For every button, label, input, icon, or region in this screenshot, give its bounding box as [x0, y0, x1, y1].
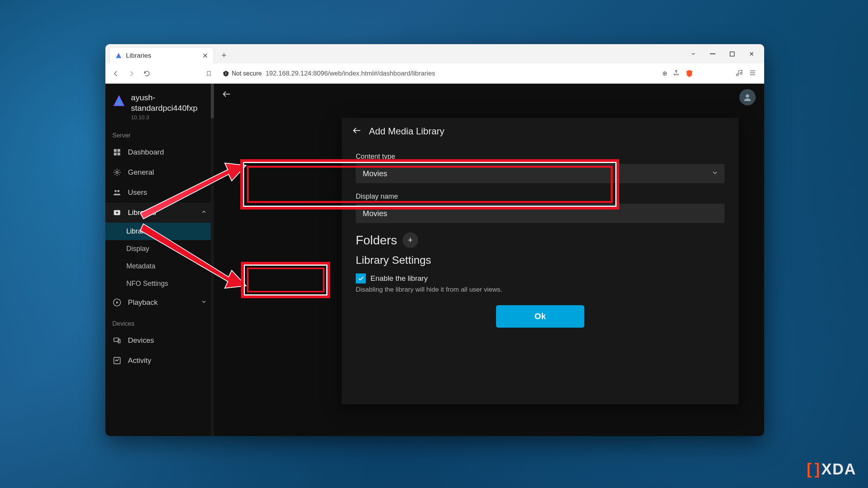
sidebar-item-label: General	[128, 168, 154, 177]
svg-point-7	[116, 171, 118, 174]
reader-icon[interactable]	[735, 69, 743, 78]
folders-section: Folders +	[356, 232, 725, 248]
enable-library-label: Enable the library	[370, 274, 428, 283]
devices-icon	[112, 336, 122, 345]
enable-library-row: Enable the library	[356, 273, 725, 284]
display-name-field: Display name	[356, 192, 725, 223]
ok-button[interactable]: Ok	[496, 305, 584, 328]
sidebar-item-general[interactable]: General	[105, 162, 214, 182]
sidebar-subitem-nfo[interactable]: NFO Settings	[105, 275, 214, 292]
svg-rect-0	[710, 53, 715, 54]
content-type-label: Content type	[356, 153, 725, 161]
sidebar-item-devices[interactable]: Devices	[105, 330, 214, 351]
url-text: 192.168.29.124:8096/web/index.html#/dash…	[265, 70, 435, 77]
sidebar-item-label: Devices	[128, 336, 154, 345]
reload-button[interactable]	[141, 68, 153, 79]
user-avatar-button[interactable]	[739, 89, 756, 105]
server-info: ayush-standardpci440fxp 10.10.3	[105, 84, 214, 124]
display-name-label: Display name	[356, 192, 725, 201]
server-version: 10.10.3	[131, 114, 198, 120]
maximize-button[interactable]	[723, 45, 741, 63]
url-field[interactable]: ! Not secure 192.168.29.124:8096/web/ind…	[219, 70, 658, 77]
sidebar-item-playback[interactable]: Playback	[105, 292, 214, 313]
address-bar: ! Not secure 192.168.29.124:8096/web/ind…	[105, 64, 764, 84]
svg-rect-3	[114, 149, 117, 151]
xda-text: XDA	[822, 461, 856, 478]
svg-rect-4	[117, 149, 120, 151]
tab-overflow-button[interactable]	[684, 45, 702, 63]
enable-library-help: Disabling the library will hide it from …	[356, 286, 725, 294]
close-window-button[interactable]: ✕	[742, 45, 760, 63]
svg-point-9	[117, 190, 120, 192]
dashboard-icon	[112, 148, 122, 157]
sidebar-scrollbar[interactable]	[211, 84, 214, 436]
chevron-up-icon	[201, 208, 207, 217]
top-bar	[214, 84, 764, 106]
chevron-down-icon	[711, 169, 718, 178]
tab-title: Libraries	[126, 52, 198, 60]
enable-library-checkbox[interactable]	[356, 273, 366, 284]
nav-forward-button[interactable]	[126, 68, 137, 79]
window-controls: ✕	[684, 44, 764, 64]
new-tab-button[interactable]: +	[217, 48, 231, 62]
bookmark-icon[interactable]	[203, 68, 215, 79]
svg-text:!: !	[226, 72, 227, 76]
tab-strip: Libraries ✕ + ✕	[105, 44, 764, 64]
dialog-title: Add Media Library	[369, 126, 444, 137]
share-icon[interactable]	[673, 69, 680, 78]
library-settings-title: Library Settings	[356, 254, 725, 266]
minimize-button[interactable]	[704, 45, 722, 63]
section-label-devices: Devices	[105, 313, 214, 330]
browser-tab[interactable]: Libraries ✕	[109, 47, 214, 64]
users-icon	[112, 188, 122, 197]
svg-rect-6	[117, 153, 120, 155]
jellyfin-favicon-icon	[115, 52, 122, 59]
xda-watermark: [ ] XDA	[807, 461, 856, 478]
dialog-header: Add Media Library	[342, 118, 739, 145]
security-label: Not secure	[232, 70, 262, 77]
sidebar-subitem-display[interactable]: Display	[105, 240, 214, 258]
jellyfin-logo-icon	[112, 95, 126, 108]
menu-icon[interactable]	[749, 69, 756, 78]
activity-icon	[112, 356, 122, 365]
chevron-down-icon	[201, 298, 207, 307]
add-folder-button[interactable]: +	[403, 232, 418, 248]
nav-back-button[interactable]	[110, 68, 122, 79]
sidebar-item-label: Dashboard	[128, 148, 164, 156]
xda-bracket-icon: [ ]	[807, 461, 819, 478]
sidebar-subitem-metadata[interactable]: Metadata	[105, 258, 214, 275]
dialog-back-button[interactable]	[352, 125, 362, 137]
svg-point-15	[746, 94, 749, 98]
folders-title: Folders	[356, 233, 397, 247]
page-back-button[interactable]	[222, 89, 232, 101]
tab-close-button[interactable]: ✕	[202, 52, 208, 60]
sidebar-item-activity[interactable]: Activity	[105, 351, 214, 371]
security-indicator: ! Not secure	[222, 70, 262, 77]
play-icon	[112, 298, 122, 307]
add-media-library-dialog: Add Media Library Content type Movies Di…	[342, 118, 739, 404]
sidebar-item-label: Activity	[128, 356, 151, 365]
sidebar-subitem-libraries[interactable]: Libraries	[105, 223, 214, 240]
sidebar-item-label: Users	[128, 188, 147, 197]
sidebar-item-label: Libraries	[128, 208, 156, 217]
sidebar-item-libraries[interactable]: Libraries	[105, 203, 214, 223]
main-panel: Add Media Library Content type Movies Di…	[214, 84, 764, 436]
library-icon	[112, 208, 122, 217]
brave-shields-icon[interactable]	[685, 69, 694, 78]
server-name: ayush-standardpci440fxp	[131, 92, 198, 113]
sidebar-item-users[interactable]: Users	[105, 182, 214, 203]
display-name-input[interactable]	[356, 204, 725, 223]
sidebar: ayush-standardpci440fxp 10.10.3 Server D…	[105, 84, 214, 436]
svg-rect-1	[730, 52, 734, 56]
gear-icon	[112, 168, 122, 177]
app-content: ayush-standardpci440fxp 10.10.3 Server D…	[105, 84, 764, 436]
svg-rect-5	[114, 153, 117, 155]
content-type-field: Content type Movies	[356, 153, 725, 183]
passkey-icon[interactable]: ⊕	[662, 70, 667, 77]
content-type-select[interactable]: Movies	[356, 164, 725, 183]
section-label-server: Server	[105, 124, 214, 142]
sidebar-item-dashboard[interactable]: Dashboard	[105, 142, 214, 162]
content-type-value: Movies	[363, 169, 387, 178]
browser-window: Libraries ✕ + ✕ ! Not secure 192.168.29.…	[105, 44, 764, 436]
svg-point-8	[115, 190, 117, 192]
